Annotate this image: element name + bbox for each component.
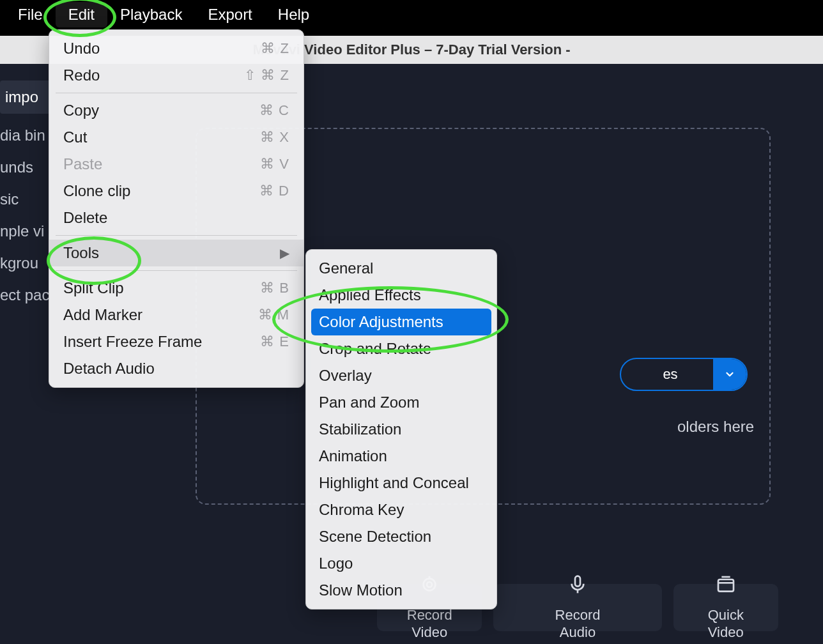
submenu-item-logo[interactable]: Logo: [306, 550, 496, 577]
menu-item-label: Copy: [63, 102, 99, 119]
drop-hint-text: olders here: [677, 418, 754, 436]
menu-item-label: Detach Audio: [63, 360, 155, 378]
submenu-item-label: Stabilization: [319, 420, 401, 438]
tile-label: Audio: [560, 624, 596, 640]
menu-item-label: Split Clip: [63, 279, 124, 297]
submenu-item-label: General: [319, 259, 373, 277]
menubar-item-help[interactable]: Help: [265, 2, 322, 27]
menu-item-shortcut: ⌘ B: [260, 280, 289, 296]
add-files-button[interactable]: es: [620, 358, 748, 391]
menubar-item-file[interactable]: File: [5, 2, 56, 27]
submenu-item-label: Slow Motion: [319, 581, 403, 599]
svg-rect-3: [718, 579, 734, 592]
menu-item-label: Add Marker: [63, 306, 142, 324]
submenu-item-label: Scene Detection: [319, 528, 431, 546]
edit-menu: Undo ⌘ Z Redo ⇧ ⌘ Z Copy ⌘ C Cut ⌘ X Pas…: [49, 29, 304, 388]
menu-item-label: Clone clip: [63, 182, 130, 200]
menu-item-shortcut: ⌘ E: [260, 334, 289, 350]
svg-rect-2: [575, 576, 580, 586]
menu-item-shortcut: ⌘ V: [260, 156, 289, 172]
menu-item-label: Insert Freeze Frame: [63, 333, 202, 351]
submenu-item-label: Animation: [319, 447, 387, 465]
menu-item-undo[interactable]: Undo ⌘ Z: [49, 35, 304, 62]
chevron-down-icon[interactable]: [713, 359, 746, 390]
submenu-item-label: Applied Effects: [319, 286, 421, 304]
menu-item-cut[interactable]: Cut ⌘ X: [49, 124, 304, 151]
submenu-item-label: Color Adjustments: [319, 313, 443, 331]
submenu-item-label: Chroma Key: [319, 501, 404, 519]
menu-item-delete[interactable]: Delete: [49, 204, 304, 231]
menu-item-shortcut: ⌘ M: [258, 307, 289, 323]
menubar-item-edit[interactable]: Edit: [56, 2, 107, 27]
quick-video-tile[interactable]: QuickVideo: [673, 584, 778, 631]
menubar: File Edit Playback Export Help: [0, 0, 823, 29]
menu-item-copy[interactable]: Copy ⌘ C: [49, 97, 304, 124]
chevron-right-icon: ▶: [280, 245, 289, 261]
menu-item-shortcut: ⇧ ⌘ Z: [244, 67, 289, 84]
submenu-item-highlight-conceal[interactable]: Highlight and Conceal: [306, 470, 496, 496]
submenu-item-label: Overlay: [319, 367, 372, 385]
submenu-item-crop-rotate[interactable]: Crop and Rotate: [306, 335, 496, 362]
menu-item-label: Redo: [63, 66, 100, 84]
submenu-item-label: Pan and Zoom: [319, 394, 419, 411]
sidebar-tab-import[interactable]: impo: [0, 80, 51, 114]
menu-item-insert-freeze-frame[interactable]: Insert Freeze Frame ⌘ E: [49, 328, 304, 355]
tile-label: Quick: [708, 607, 744, 623]
menu-item-tools[interactable]: Tools ▶: [49, 240, 304, 266]
menu-item-shortcut: ⌘ D: [259, 183, 289, 199]
submenu-item-label: Crop and Rotate: [319, 340, 431, 358]
submenu-item-slow-motion[interactable]: Slow Motion: [306, 577, 496, 604]
add-files-label: es: [621, 366, 713, 383]
tile-label: Video: [412, 624, 447, 640]
menu-item-label: Undo: [63, 40, 100, 57]
tile-label: Record: [555, 607, 601, 623]
menu-item-label: Delete: [63, 209, 107, 227]
menu-item-add-marker[interactable]: Add Marker ⌘ M: [49, 302, 304, 328]
tile-label: Video: [708, 624, 744, 640]
menu-separator: [56, 270, 297, 271]
window-icon: [716, 574, 736, 599]
submenu-item-color-adjustments[interactable]: Color Adjustments: [311, 309, 491, 335]
mic-icon: [567, 574, 588, 599]
record-audio-tile[interactable]: RecordAudio: [493, 584, 661, 631]
submenu-item-label: Highlight and Conceal: [319, 474, 469, 492]
submenu-item-chroma-key[interactable]: Chroma Key: [306, 496, 496, 523]
menu-item-label: Tools: [63, 244, 99, 262]
menu-item-clone-clip[interactable]: Clone clip ⌘ D: [49, 178, 304, 204]
menu-item-shortcut: ⌘ Z: [261, 40, 289, 57]
menubar-item-playback[interactable]: Playback: [107, 2, 195, 27]
menubar-item-export[interactable]: Export: [195, 2, 265, 27]
tools-submenu: General Applied Effects Color Adjustment…: [305, 249, 497, 610]
menu-item-label: Paste: [63, 155, 102, 173]
submenu-item-general[interactable]: General: [306, 255, 496, 282]
menu-item-paste: Paste ⌘ V: [49, 151, 304, 178]
submenu-item-pan-zoom[interactable]: Pan and Zoom: [306, 389, 496, 416]
submenu-item-applied-effects[interactable]: Applied Effects: [306, 282, 496, 309]
menu-item-detach-audio[interactable]: Detach Audio: [49, 355, 304, 382]
menu-separator: [56, 93, 297, 93]
menu-item-split-clip[interactable]: Split Clip ⌘ B: [49, 275, 304, 302]
menu-item-shortcut: ⌘ C: [259, 102, 289, 119]
submenu-item-overlay[interactable]: Overlay: [306, 362, 496, 389]
menu-separator: [56, 235, 297, 236]
submenu-item-stabilization[interactable]: Stabilization: [306, 416, 496, 443]
menu-item-shortcut: ⌘ X: [260, 129, 289, 146]
menu-item-label: Cut: [63, 128, 87, 146]
submenu-item-label: Logo: [319, 555, 353, 572]
submenu-item-scene-detection[interactable]: Scene Detection: [306, 523, 496, 550]
submenu-item-animation[interactable]: Animation: [306, 443, 496, 470]
menu-item-redo[interactable]: Redo ⇧ ⌘ Z: [49, 62, 304, 89]
